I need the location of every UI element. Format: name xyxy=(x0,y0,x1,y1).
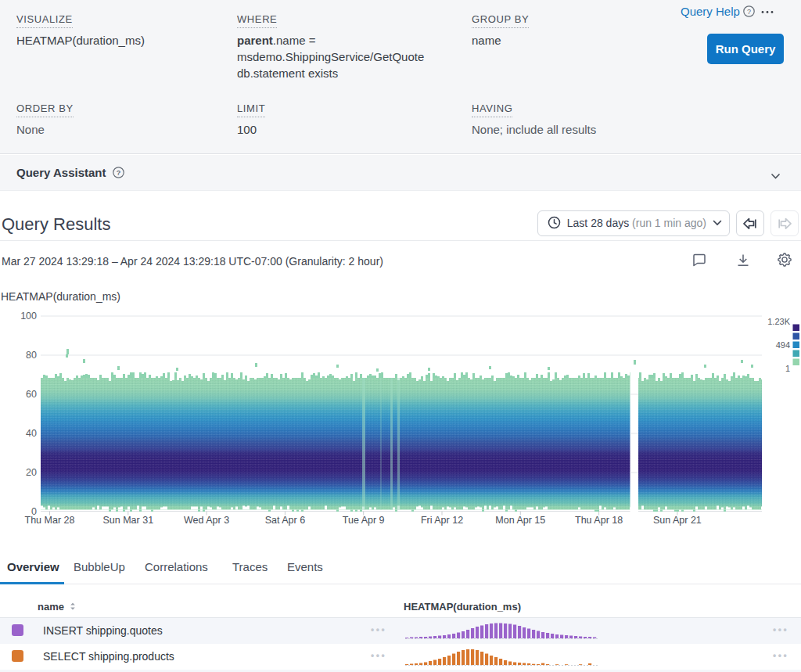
svg-text:Fri Apr 12: Fri Apr 12 xyxy=(421,515,463,526)
svg-text:100: 100 xyxy=(20,311,37,322)
svg-text:1: 1 xyxy=(785,364,790,373)
svg-text:?: ? xyxy=(117,169,121,177)
svg-text:494: 494 xyxy=(776,340,790,350)
svg-text:20: 20 xyxy=(26,467,37,478)
svg-text:80: 80 xyxy=(26,350,37,361)
svg-text:Thu Apr 18: Thu Apr 18 xyxy=(575,515,623,526)
svg-text:1.23K: 1.23K xyxy=(767,317,790,326)
svg-text:?: ? xyxy=(747,8,751,16)
svg-text:60: 60 xyxy=(26,389,37,400)
svg-text:Thu Mar 28: Thu Mar 28 xyxy=(25,515,75,526)
svg-text:Tue Apr 9: Tue Apr 9 xyxy=(343,515,385,526)
svg-text:Wed Apr 3: Wed Apr 3 xyxy=(184,515,229,526)
svg-text:40: 40 xyxy=(26,428,37,439)
svg-text:Mon Apr 15: Mon Apr 15 xyxy=(495,515,545,526)
svg-text:Sun Mar 31: Sun Mar 31 xyxy=(102,515,153,526)
svg-text:Sat Apr 6: Sat Apr 6 xyxy=(265,515,305,526)
svg-text:Sun Apr 21: Sun Apr 21 xyxy=(653,515,702,526)
